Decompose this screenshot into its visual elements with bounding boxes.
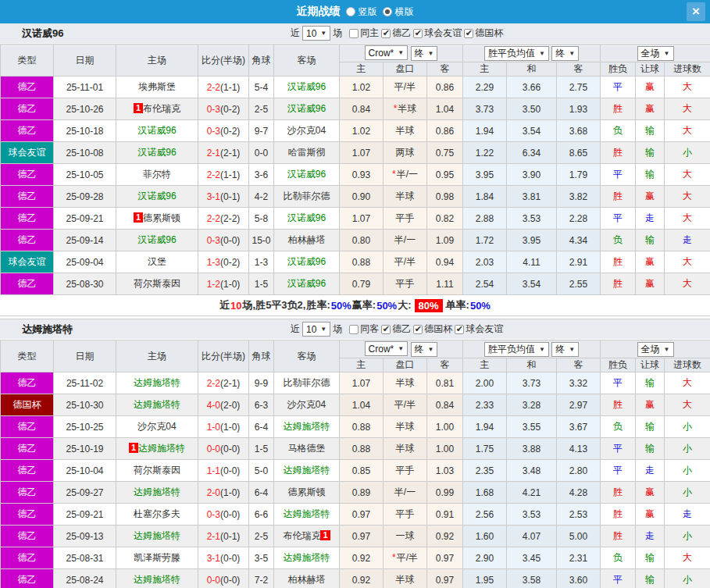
odds-group-header: Crow*▼ 终▼ — [340, 340, 463, 358]
fulltime-score: 0-0 — [207, 444, 220, 454]
odds-source-select[interactable]: Crow*▼ — [365, 45, 409, 60]
cell-corners: 6-3 — [249, 394, 274, 416]
match-count-select[interactable]: 10▼ — [302, 26, 330, 41]
cell-handicap: 半球 — [384, 569, 427, 588]
filter-row: 达姆施塔特 近 10▼ 场 同客 德乙 德国杯 球会友谊 — [0, 319, 710, 340]
same-away-checkbox[interactable]: 同客 — [349, 323, 379, 336]
col-result: 胜负 — [601, 62, 636, 77]
team-name: 沙尔克04 — [137, 421, 176, 432]
cell-avg-home: 1.72 — [463, 230, 507, 251]
cell-score: 2-1(0-1) — [198, 526, 249, 547]
cell-result: 平 — [601, 164, 636, 186]
avg-select[interactable]: 胜平负均值▼ — [484, 342, 549, 357]
team-name: 达姆施塔特 — [134, 399, 180, 410]
cell-odds-home: 0.80 — [340, 230, 384, 251]
checkbox-icon[interactable] — [464, 29, 473, 38]
final-select[interactable]: 终▼ — [551, 342, 579, 357]
cell-away-team: 沙尔克04 — [274, 120, 340, 142]
table-row: 德乙25-09-21杜塞尔多夫0-3(0-0)6-6达姆施塔特0.97平手0.9… — [1, 504, 710, 526]
cell-away-team: 达姆施塔特 — [274, 504, 340, 526]
final-select[interactable]: 终▼ — [551, 46, 579, 61]
cell-odds-home: 1.07 — [340, 372, 384, 394]
layout-radio-horizontal[interactable]: 横版 — [383, 5, 414, 19]
final-select[interactable]: 终▼ — [411, 342, 438, 357]
cell-odds-home: 0.92 — [340, 547, 384, 569]
fulltime-score: 2-0 — [207, 487, 220, 498]
team-name: 汉诺威96 — [287, 278, 326, 289]
cell-handicap-result: 赢 — [636, 504, 665, 526]
fulltime-score: 2-2 — [207, 213, 220, 224]
results-table: 类型 日期 主场 比分(半场) 角球 客场 Crow*▼ 终▼ 胜平负均值▼ 终… — [0, 340, 710, 588]
table-row: 德乙25-09-28汉诺威963-1(0-1)4-2比勒菲尔德0.90半球0.9… — [1, 186, 710, 208]
cell-odds-away: 0.81 — [427, 372, 463, 394]
league-checkbox-de2[interactable]: 德乙 — [381, 323, 411, 336]
avg-select[interactable]: 胜平负均值▼ — [484, 46, 549, 61]
cell-corners: 5-8 — [249, 208, 274, 230]
match-count-select[interactable]: 10▼ — [302, 322, 330, 337]
col-result: 胜负 — [601, 358, 636, 372]
team-name: 杜塞尔多夫 — [134, 508, 180, 519]
checkbox-icon[interactable] — [349, 29, 359, 38]
fulltime-score: 3-1 — [207, 191, 220, 202]
cell-type: 球会友谊 — [1, 142, 54, 164]
team-name: 汉诺威96 — [287, 103, 326, 114]
fullmatch-select[interactable]: 全场▼ — [637, 46, 674, 61]
same-home-checkbox[interactable]: 同主 — [349, 27, 379, 40]
table-row: 德乙25-09-27达姆施塔特2-0(1-0)6-4德累斯顿0.89半/一0.9… — [1, 482, 710, 504]
checkbox-icon[interactable] — [455, 325, 464, 334]
cell-home-team: 汉堡 — [116, 251, 198, 273]
cell-avg-home: 3.73 — [463, 98, 507, 120]
close-icon[interactable]: × — [687, 2, 705, 21]
cell-date: 25-09-04 — [54, 251, 116, 273]
checkbox-icon[interactable] — [349, 325, 359, 334]
cell-type: 德乙 — [1, 569, 54, 588]
team-name: 汉诺威96 — [137, 125, 176, 136]
cell-odds-away: 1.00 — [427, 438, 463, 460]
cell-date: 25-10-30 — [54, 394, 116, 416]
cell-date: 25-10-26 — [54, 98, 116, 120]
checkbox-icon[interactable] — [413, 325, 423, 334]
near-label: 近 — [291, 27, 300, 40]
cell-handicap-result: 走 — [636, 526, 665, 547]
summary-segment: 胜率: — [306, 298, 330, 312]
col-goals: 进球数 — [665, 358, 710, 372]
chevron-down-icon: ▼ — [569, 346, 575, 353]
chevron-down-icon: ▼ — [569, 50, 575, 57]
table-row: 球会友谊25-10-08汉诺威962-1(2-1)0-0哈雷斯彻1.07两球0.… — [1, 142, 710, 164]
cell-score: 0-0(0-0) — [198, 569, 249, 588]
layout-radio-vertical[interactable]: 竖版 — [346, 5, 377, 19]
cell-odds-away: 1.04 — [427, 98, 463, 120]
checkbox-icon[interactable] — [413, 29, 423, 38]
cell-goals: 大 — [665, 372, 710, 394]
cell-corners: 0-0 — [249, 142, 274, 164]
final-select[interactable]: 终▼ — [411, 46, 438, 61]
league-checkbox-cup[interactable]: 德国杯 — [413, 323, 452, 336]
cell-date: 25-10-18 — [54, 120, 116, 142]
cell-handicap-result: 赢 — [636, 273, 665, 295]
league-checkbox-friendly[interactable]: 球会友谊 — [413, 27, 462, 40]
odds-source-select[interactable]: Crow*▼ — [365, 341, 409, 356]
cell-goals: 小 — [665, 142, 710, 164]
near-label: 近 — [291, 323, 300, 336]
cell-handicap: 平手 — [384, 273, 427, 295]
cell-avg-draw: 4.21 — [507, 482, 557, 504]
halftime-score: (1-0) — [220, 279, 240, 290]
league-checkbox-cup[interactable]: 德国杯 — [464, 27, 503, 40]
cell-avg-home: 1.84 — [463, 186, 507, 208]
checkbox-icon[interactable] — [381, 29, 391, 38]
table-row: 德乙25-11-02达姆施塔特2-2(2-1)9-9比勒菲尔德1.07半球0.8… — [1, 372, 710, 394]
cell-score: 0-3(0-2) — [198, 98, 249, 120]
cell-avg-draw: 3.48 — [507, 460, 557, 482]
league-checkbox-de2[interactable]: 德乙 — [381, 27, 411, 40]
checkbox-icon[interactable] — [381, 325, 391, 334]
league-checkbox-friendly[interactable]: 球会友谊 — [455, 323, 503, 336]
radio-icon[interactable] — [383, 7, 392, 16]
cell-date: 25-11-02 — [54, 372, 116, 394]
cell-odds-home: 1.02 — [340, 120, 384, 142]
cell-odds-home: 1.02 — [340, 77, 384, 98]
cell-handicap: 平/半 — [384, 251, 427, 273]
fullmatch-select[interactable]: 全场▼ — [637, 342, 674, 357]
col-corner: 角球 — [249, 340, 274, 372]
cell-type: 德乙 — [1, 438, 54, 460]
radio-icon[interactable] — [346, 7, 355, 16]
